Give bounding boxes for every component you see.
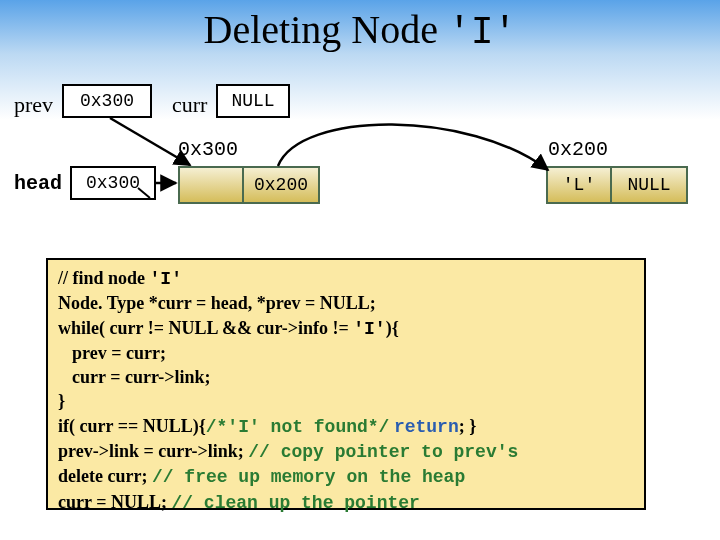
node-1-link: 0x200 bbox=[242, 166, 320, 204]
head-value: 0x300 bbox=[86, 173, 140, 193]
title-code: 'I' bbox=[448, 11, 516, 54]
code-listing: // find node 'I' Node. Type *curr = head… bbox=[46, 258, 646, 510]
node2-address: 0x200 bbox=[548, 138, 608, 161]
curr-value: NULL bbox=[231, 91, 274, 111]
title-text: Deleting Node bbox=[204, 7, 448, 52]
head-label: head bbox=[14, 172, 62, 195]
node-2-link: NULL bbox=[610, 166, 688, 204]
node-1-info bbox=[178, 166, 242, 204]
node-2-info: 'L' bbox=[546, 166, 610, 204]
node-1: 0x200 bbox=[178, 166, 320, 204]
curr-cell: NULL bbox=[216, 84, 290, 118]
page-title: Deleting Node 'I' bbox=[0, 6, 720, 54]
node1-address: 0x300 bbox=[178, 138, 238, 161]
prev-cell: 0x300 bbox=[62, 84, 152, 118]
prev-value: 0x300 bbox=[80, 91, 134, 111]
head-cell: 0x300 bbox=[70, 166, 156, 200]
curr-label: curr bbox=[172, 92, 207, 118]
prev-label: prev bbox=[14, 92, 53, 118]
node-2: 'L' NULL bbox=[546, 166, 688, 204]
